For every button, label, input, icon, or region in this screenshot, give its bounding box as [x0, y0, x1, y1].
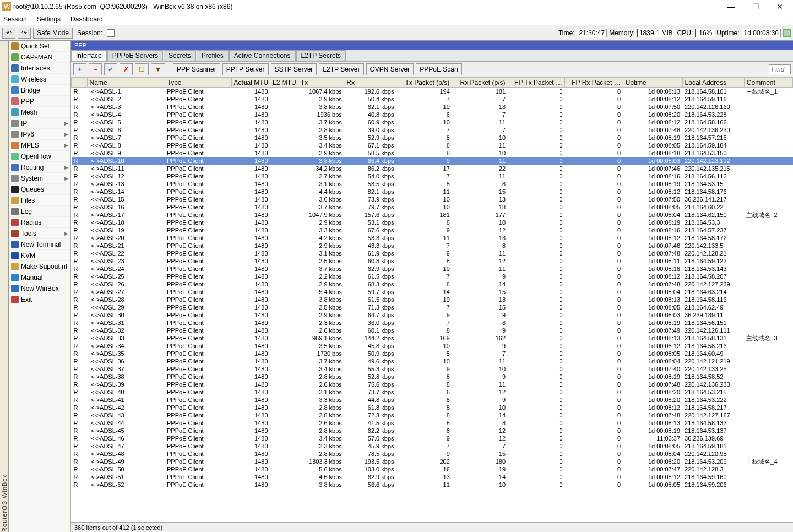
nav-item-mesh[interactable]: Mesh — [9, 107, 70, 118]
column-header[interactable]: Uptime — [623, 78, 682, 88]
table-row[interactable]: R <·>ADSL-51PPPoE Client14804.6 kbps62.9… — [72, 473, 793, 481]
menu-dashboard[interactable]: Dashboard — [70, 15, 103, 23]
minimize-button[interactable]: — — [720, 2, 742, 11]
nav-item-ppp[interactable]: PPP — [9, 96, 70, 107]
action-button-ovpn-server[interactable]: OVPN Server — [366, 63, 414, 75]
table-row[interactable]: R <·>ADSL-23PPPoE Client14802.5 kbps60.8… — [72, 257, 793, 265]
table-row[interactable]: R <·>ADSL-46PPPoE Client14803.4 kbps57.0… — [72, 435, 793, 442]
table-row[interactable]: R <·>ADSL-11PPPoE Client148034.2 kbps86.… — [72, 165, 793, 172]
table-row[interactable]: R <·>ADSL-17PPPoE Client14801047.9 kbps1… — [72, 211, 793, 219]
column-header[interactable]: Comment — [744, 78, 792, 88]
action-button-pptp-server[interactable]: PPTP Server — [222, 63, 269, 75]
table-row[interactable]: R <·>ADSL-32PPPoE Client14802.6 kbps60.1… — [72, 327, 793, 334]
safe-mode-button[interactable]: Safe Mode — [33, 28, 73, 39]
tab-interface[interactable]: Interface — [71, 50, 107, 61]
table-row[interactable]: R <·>ADSL-37PPPoE Client14803.4 kbps55.3… — [72, 365, 793, 373]
table-row[interactable]: R <·>ADSL-25PPPoE Client14802.2 kbps61.5… — [72, 273, 793, 280]
table-row[interactable]: R <·>ADSL-27PPPoE Client14805.4 kbps59.7… — [72, 288, 793, 296]
nav-item-bridge[interactable]: Bridge — [9, 85, 70, 96]
table-row[interactable]: R <·>ADSL-31PPPoE Client14802.3 kbps36.0… — [72, 319, 793, 327]
column-header[interactable]: L2 MTU — [270, 78, 298, 88]
nav-item-exit[interactable]: Exit — [9, 294, 70, 305]
tab-secrets[interactable]: Secrets — [164, 50, 196, 61]
table-row[interactable]: R <·>ADSL-3PPPoE Client14803.8 kbps62.1 … — [72, 103, 793, 111]
column-header[interactable]: FP Rx Packet … — [565, 78, 623, 88]
column-header[interactable]: Rx Packet (p/s) — [452, 78, 508, 88]
table-row[interactable]: R <·>ADSL-16PPPoE Client14803.7 kbps79.7… — [72, 203, 793, 211]
column-header[interactable]: Tx — [298, 78, 344, 88]
table-row[interactable]: R <·>ADSL-43PPPoE Client14802.8 kbps72.3… — [72, 411, 793, 419]
tab-pppoe-servers[interactable]: PPPoE Servers — [107, 50, 163, 61]
table-row[interactable]: R <·>ADSL-21PPPoE Client14802.9 kbps43.3… — [72, 242, 793, 249]
tab-l2tp-secrets[interactable]: L2TP Secrets — [296, 50, 346, 61]
nav-item-manual[interactable]: Manual — [9, 272, 70, 283]
table-row[interactable]: R <·>ADSL-48PPPoE Client14802.8 kbps78.5… — [72, 450, 793, 458]
table-row[interactable]: R <·>ADSL-24PPPoE Client14803.7 kbps62.9… — [72, 265, 793, 273]
table-row[interactable]: R <·>ADSL-5PPPoE Client14803.7 kbps60.9 … — [72, 118, 793, 126]
table-wrap[interactable]: NameTypeActual MTUL2 MTUTxRxTx Packet (p… — [71, 77, 793, 522]
table-row[interactable]: R <·>ADSL-40PPPoE Client14802.1 kbps73.7… — [72, 388, 793, 396]
nav-item-quick-set[interactable]: Quick Set — [9, 41, 70, 52]
table-row[interactable]: R <·>ADSL-36PPPoE Client14803.7 kbps49.6… — [72, 357, 793, 365]
nav-item-interfaces[interactable]: Interfaces — [9, 63, 70, 74]
session-checkbox[interactable] — [107, 29, 115, 37]
nav-item-ipv6[interactable]: IPv6▶ — [9, 129, 70, 140]
action-icon-button[interactable]: ✗ — [120, 63, 133, 75]
table-row[interactable]: R <·>ADSL-14PPPoE Client14804.4 kbps82.1… — [72, 188, 793, 196]
table-row[interactable]: R <·>ADSL-1PPPoE Client14801067.4 kbps19… — [72, 88, 793, 96]
nav-item-routing[interactable]: Routing▶ — [9, 162, 70, 173]
menu-settings[interactable]: Settings — [37, 15, 61, 23]
table-row[interactable]: R <·>ADSL-18PPPoE Client14802.9 kbps53.1… — [72, 219, 793, 226]
action-button-l2tp-server[interactable]: L2TP Server — [319, 63, 363, 75]
table-row[interactable]: R <·>ADSL-20PPPoE Client14804.2 kbps53.3… — [72, 234, 793, 242]
table-row[interactable]: R <·>ADSL-10PPPoE Client14803.8 kbps66.4… — [72, 157, 793, 165]
column-header[interactable]: Actual MTU — [231, 78, 270, 88]
action-icon-button[interactable]: ▼ — [151, 63, 165, 75]
back-button[interactable]: ↶ — [2, 28, 15, 39]
table-row[interactable]: R <·>ADSL-42PPPoE Client14802.8 kbps61.8… — [72, 404, 793, 411]
table-row[interactable]: R <·>ADSL-4PPPoE Client14801936 bps40.8 … — [72, 111, 793, 118]
find-input[interactable] — [769, 64, 791, 74]
nav-item-make-supout.rif[interactable]: Make Supout.rif — [9, 261, 70, 272]
nav-item-files[interactable]: Files — [9, 195, 70, 206]
action-icon-button[interactable]: ✓ — [104, 63, 117, 75]
table-row[interactable]: R <·>ADSL-26PPPoE Client14802.9 kbps68.3… — [72, 280, 793, 288]
action-button-ppp-scanner[interactable]: PPP Scanner — [173, 63, 220, 75]
tab-active-connections[interactable]: Active Connections — [229, 50, 296, 61]
table-row[interactable]: R <·>ADSL-49PPPoE Client14801303.3 kbps1… — [72, 458, 793, 465]
column-header[interactable]: Local Address — [682, 78, 744, 88]
nav-item-new-winbox[interactable]: New WinBox — [9, 283, 70, 294]
forward-button[interactable]: ↷ — [18, 28, 31, 39]
table-header-row[interactable]: NameTypeActual MTUL2 MTUTxRxTx Packet (p… — [72, 78, 793, 88]
table-row[interactable]: R <·>ADSL-2PPPoE Client14802.9 kbps50.4 … — [72, 95, 793, 103]
table-row[interactable]: R <·>ADSL-9PPPoE Client14802.9 kbps58.5 … — [72, 149, 793, 157]
table-row[interactable]: R <·>ADSL-30PPPoE Client14802.9 kbps64.7… — [72, 311, 793, 319]
table-row[interactable]: R <·>ADSL-29PPPoE Client14802.5 kbps71.3… — [72, 303, 793, 311]
maximize-button[interactable]: ☐ — [745, 2, 767, 11]
nav-item-tools[interactable]: Tools▶ — [9, 228, 70, 239]
nav-item-log[interactable]: Log — [9, 206, 70, 217]
nav-item-queues[interactable]: Queues — [9, 184, 70, 195]
table-row[interactable]: R <·>ADSL-44PPPoE Client14802.6 kbps41.5… — [72, 419, 793, 427]
column-header[interactable]: Type — [165, 78, 231, 88]
nav-item-capsman[interactable]: CAPsMAN — [9, 52, 70, 63]
action-icon-button[interactable]: ☐ — [135, 63, 149, 75]
action-icon-button[interactable]: − — [89, 63, 102, 75]
table-row[interactable]: R <·>ADSL-45PPPoE Client14802.8 kbps62.2… — [72, 427, 793, 435]
table-row[interactable]: R <·>ADSL-38PPPoE Client14802.8 kbps52.8… — [72, 373, 793, 381]
table-row[interactable]: R <·>ADSL-33PPPoE Client1480969.1 kbps14… — [72, 334, 793, 342]
table-row[interactable]: R <·>ADSL-12PPPoE Client14802.7 kbps54.0… — [72, 172, 793, 180]
action-button-pppoe-scan[interactable]: PPPoE Scan — [416, 63, 461, 75]
table-row[interactable]: R <·>ADSL-15PPPoE Client14803.6 kbps73.9… — [72, 196, 793, 203]
menu-session[interactable]: Session — [3, 15, 27, 23]
table-row[interactable]: R <·>ADSL-50PPPoE Client14805.6 kbps103.… — [72, 465, 793, 473]
table-row[interactable]: R <·>ADSL-19PPPoE Client14803.3 kbps67.6… — [72, 226, 793, 234]
table-row[interactable]: R <·>ADSL-22PPPoE Client14803.1 kbps61.9… — [72, 249, 793, 257]
table-row[interactable]: R <·>ADSL-35PPPoE Client14801720 bps50.9… — [72, 350, 793, 357]
table-row[interactable]: R <·>ADSL-47PPPoE Client14802.3 kbps45.9… — [72, 442, 793, 450]
column-header[interactable] — [72, 78, 88, 88]
table-row[interactable]: R <·>ADSL-39PPPoE Client14802.6 kbps75.6… — [72, 381, 793, 388]
nav-item-openflow[interactable]: OpenFlow — [9, 151, 70, 162]
dashboard-icon[interactable] — [783, 29, 791, 37]
nav-item-new-terminal[interactable]: New Terminal — [9, 239, 70, 250]
